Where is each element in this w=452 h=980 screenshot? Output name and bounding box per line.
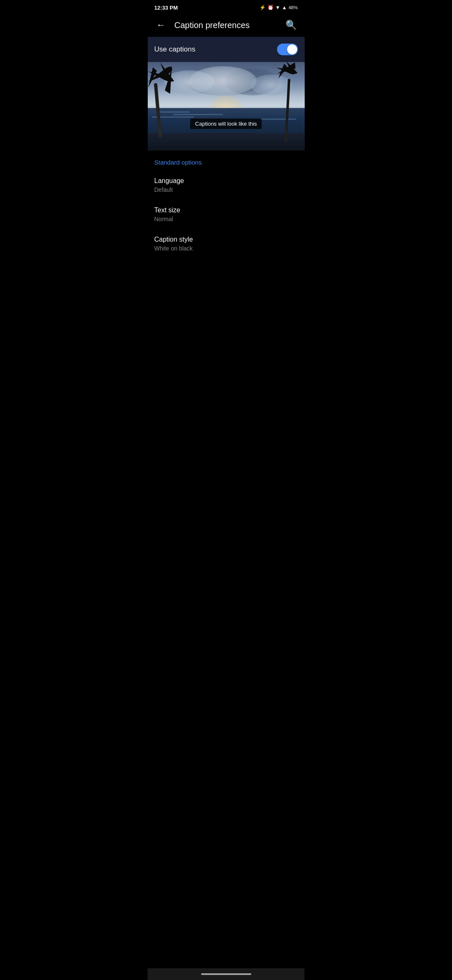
section-title-standard: Standard options bbox=[154, 159, 202, 166]
caption-style-label: Caption style bbox=[154, 236, 298, 243]
wave-2 bbox=[173, 114, 223, 115]
caption-style-value: White on black bbox=[154, 245, 298, 252]
caption-style-setting[interactable]: Caption style White on black bbox=[148, 229, 305, 258]
use-captions-toggle[interactable] bbox=[277, 44, 298, 55]
language-setting[interactable]: Language Default bbox=[148, 170, 305, 200]
auto-icon: ⚡ bbox=[259, 5, 266, 10]
wifi-icon: ▼ bbox=[275, 5, 280, 10]
status-bar: 12:33 PM ⚡ ⏰ ▼ ▲ 48% bbox=[148, 0, 305, 13]
page-title: Caption preferences bbox=[175, 21, 250, 30]
signal-icon: ▲ bbox=[282, 5, 287, 10]
palm-tree-left bbox=[148, 70, 177, 137]
language-label: Language bbox=[154, 177, 298, 185]
app-bar-left: ← Caption preferences bbox=[153, 17, 250, 34]
language-value: Default bbox=[154, 186, 298, 193]
caption-preview-text: Captions will look like this bbox=[190, 119, 262, 129]
use-captions-label: Use captions bbox=[154, 45, 195, 54]
preview-container: Captions will look like this bbox=[148, 62, 305, 150]
status-icons: ⚡ ⏰ ▼ ▲ 48% bbox=[259, 5, 298, 10]
preview-scene: Captions will look like this bbox=[148, 62, 305, 150]
text-size-value: Normal bbox=[154, 216, 298, 222]
alarm-icon: ⏰ bbox=[267, 5, 274, 10]
use-captions-row[interactable]: Use captions bbox=[148, 37, 305, 62]
search-icon: 🔍 bbox=[285, 20, 297, 31]
app-bar: ← Caption preferences 🔍 bbox=[148, 13, 305, 37]
status-time: 12:33 PM bbox=[154, 5, 178, 11]
palm-trunk-left bbox=[154, 83, 162, 137]
back-icon: ← bbox=[157, 20, 166, 31]
search-button[interactable]: 🔍 bbox=[283, 17, 300, 34]
palm-tree-right bbox=[275, 66, 296, 142]
back-button[interactable]: ← bbox=[153, 17, 170, 34]
standard-options-section: Standard options bbox=[148, 150, 305, 170]
battery-level: 48% bbox=[288, 5, 298, 10]
text-size-setting[interactable]: Text size Normal bbox=[148, 200, 305, 229]
cloud-light-center bbox=[190, 66, 257, 95]
text-size-label: Text size bbox=[154, 206, 298, 214]
palm-trunk-right bbox=[285, 79, 290, 142]
toggle-thumb bbox=[287, 44, 297, 54]
